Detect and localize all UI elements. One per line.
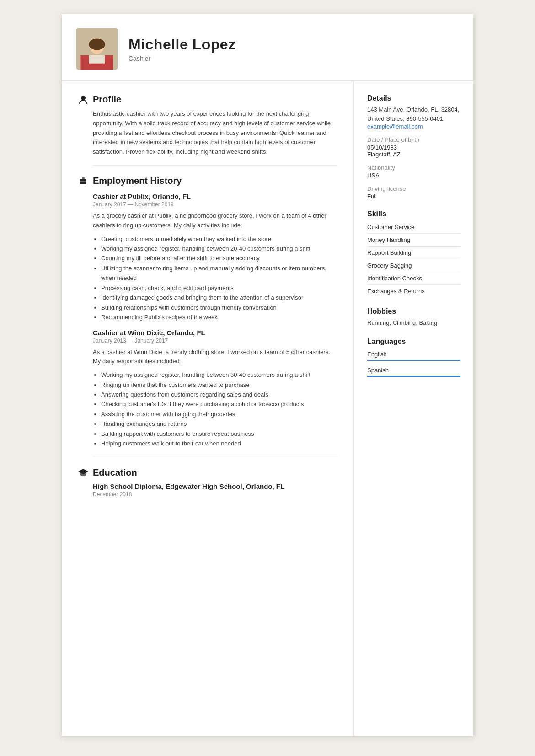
svg-point-3 [89, 38, 105, 50]
list-item: Building rapport with customers to ensur… [101, 429, 337, 439]
nationality-label: Nationality [367, 164, 460, 171]
list-item: Ringing up items that the customers want… [101, 380, 337, 390]
list-item: Counting my till before and after the sh… [101, 253, 337, 263]
list-item: Working my assigned register, handling b… [101, 244, 337, 253]
list-item: Helping customers walk out to their car … [101, 439, 337, 448]
sidebar: Details 143 Main Ave, Orlando, FL, 32804… [354, 81, 473, 736]
svg-rect-9 [80, 181, 86, 182]
list-item: Building relationships with customers th… [101, 303, 337, 312]
list-item: Answering questions from customers regar… [101, 390, 337, 399]
list-item: Greeting customers immediately when they… [101, 234, 337, 244]
main-content: Profile Enthusiastic cashier with two ye… [62, 81, 354, 736]
hobbies-label: Hobbies [367, 307, 460, 316]
sidebar-dob: 05/10/1983 [367, 144, 460, 151]
skill-item: Money Handling [367, 234, 460, 247]
job-2-dates: January 2013 — January 2017 [93, 338, 337, 344]
driving-label: Driving license [367, 185, 460, 192]
sidebar-nationality: USA [367, 172, 460, 179]
languages-list: English Spanish [367, 349, 460, 377]
list-item: Handling exchanges and returns [101, 419, 337, 429]
list-item: Processing cash, check, and credit card … [101, 283, 337, 293]
languages-label: Languages [367, 338, 460, 346]
job-2-bullets: Working my assigned register, handling b… [101, 370, 337, 449]
sidebar-hobbies: Running, Climbing, Baking [367, 318, 460, 327]
dob-label: Date / Place of birth [367, 136, 460, 143]
resume-container: Michelle Lopez Cashier Profile Enthusias… [62, 14, 473, 736]
profile-section-title: Profile [78, 94, 337, 105]
language-item: Spanish [367, 365, 460, 377]
job-2-desc: As a cashier at Winn Dixie, a trendy clo… [93, 348, 337, 367]
divider-1 [93, 165, 337, 166]
job-1-title: Cashier at Publix, Orlando, FL [93, 193, 337, 200]
sidebar-address: 143 Main Ave, Orlando, FL, 32804, United… [367, 105, 460, 123]
profile-icon [78, 95, 88, 105]
edu-1-date: December 2018 [93, 491, 337, 498]
candidate-name: Michelle Lopez [128, 36, 236, 53]
job-1-desc: As a grocery cashier at Publix, a neighb… [93, 211, 337, 231]
skills-list: Customer Service Money Handling Rapport … [367, 221, 460, 297]
svg-point-5 [81, 96, 86, 100]
employment-icon [78, 176, 88, 186]
svg-rect-4 [89, 55, 105, 64]
header: Michelle Lopez Cashier [62, 14, 473, 81]
skill-item: Identification Checks [367, 272, 460, 285]
list-item: Utilizing the scanner to ring items up a… [101, 263, 337, 283]
skill-item: Customer Service [367, 221, 460, 234]
job-title-header: Cashier [128, 55, 236, 62]
list-item: Identifying damaged goods and bringing t… [101, 293, 337, 302]
list-item: Checking customer's IDs if they were pur… [101, 399, 337, 409]
body: Profile Enthusiastic cashier with two ye… [62, 81, 473, 736]
edu-1-degree: High School Diploma, Edgewater High Scho… [93, 483, 337, 490]
list-item: Working my assigned register, handling b… [101, 370, 337, 380]
education-icon [78, 467, 88, 477]
sidebar-place-of-birth: Flagstaff, AZ [367, 151, 460, 158]
education-1: High School Diploma, Edgewater High Scho… [78, 483, 337, 498]
language-item: English [367, 349, 460, 361]
job-2: Cashier at Winn Dixie, Orlando, FL Janua… [78, 329, 337, 449]
profile-text: Enthusiastic cashier with two years of e… [93, 109, 337, 157]
details-label: Details [367, 94, 460, 102]
sidebar-driving: Full [367, 193, 460, 200]
job-1-dates: January 2017 — November 2019 [93, 201, 337, 208]
avatar [76, 28, 118, 70]
header-info: Michelle Lopez Cashier [128, 36, 236, 62]
job-1: Cashier at Publix, Orlando, FL January 2… [78, 193, 337, 322]
skills-label: Skills [367, 210, 460, 218]
list-item: Recommending Publix's recipes of the wee… [101, 312, 337, 322]
job-2-title: Cashier at Winn Dixie, Orlando, FL [93, 329, 337, 337]
divider-2 [93, 457, 337, 457]
svg-rect-8 [82, 177, 85, 179]
list-item: Assisting the customer with bagging thei… [101, 409, 337, 419]
education-section-title: Education [78, 467, 337, 478]
job-1-bullets: Greeting customers immediately when they… [101, 234, 337, 322]
skill-item: Grocery Bagging [367, 259, 460, 272]
skill-item: Exchanges & Returns [367, 285, 460, 297]
sidebar-email: example@email.com [367, 123, 460, 130]
skill-item: Rapport Building [367, 247, 460, 259]
employment-section-title: Employment History [78, 176, 337, 186]
